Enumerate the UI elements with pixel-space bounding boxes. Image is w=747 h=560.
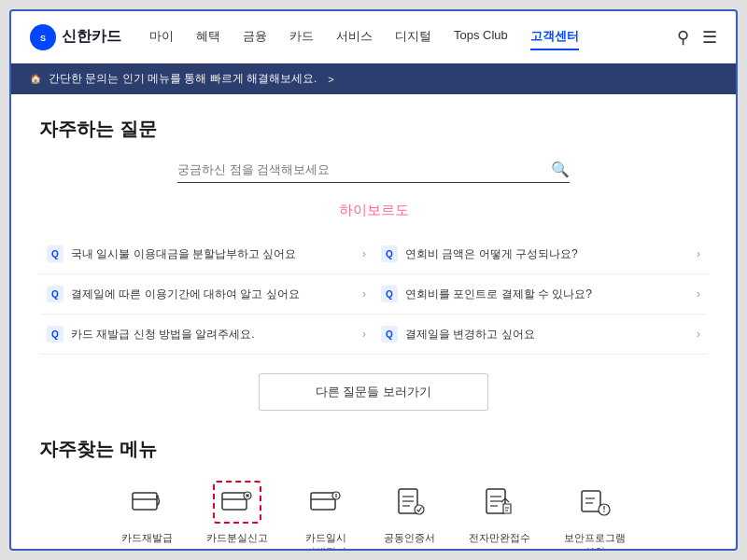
- faq-text-5: 연회비를 포인트로 결제할 수 있나요?: [405, 287, 689, 302]
- faq-arrow-2: ›: [362, 287, 366, 301]
- faq-arrow-6: ›: [697, 328, 700, 341]
- nav-icons: ⚲ ☰: [677, 27, 717, 48]
- nav-customer[interactable]: 고객센터: [530, 24, 579, 50]
- e-receipt-icon-wrap: [475, 481, 524, 524]
- nav-card[interactable]: 카드: [289, 24, 314, 50]
- faq-item-4[interactable]: Q 연회비 금액은 어떻게 구성되나요? ›: [374, 234, 708, 274]
- faq-arrow-5: ›: [697, 287, 700, 301]
- faq-text-3: 카드 재발급 신청 방법을 알려주세요.: [71, 327, 355, 343]
- faq-q-icon-3: Q: [47, 326, 63, 343]
- faq-text-1: 국내 일시불 이용대금을 분할납부하고 싶어요: [71, 246, 355, 262]
- svg-rect-2: [133, 493, 157, 510]
- logo[interactable]: S 신한카드: [30, 24, 121, 50]
- security-label: 보안프로그램설치: [564, 531, 626, 549]
- freq-title: 자주찾는 메뉴: [39, 437, 708, 462]
- more-btn-container: 다른 질문들 보러가기: [39, 373, 708, 411]
- main-content: 자주하는 질문 🔍 하이보르도 Q 국내 일시불 이용대금을 분할납부하고 싶어…: [11, 94, 736, 549]
- joint-cert-icon-wrap: [386, 481, 434, 524]
- faq-item-2[interactable]: Q 결제일에 따른 이용기간에 대하여 알고 싶어요 ›: [39, 274, 374, 315]
- faq-arrow-4: ›: [697, 247, 700, 260]
- nav-hye[interactable]: 혜택: [196, 24, 220, 50]
- faq-text-2: 결제일에 따른 이용기간에 대하여 알고 싶어요: [71, 287, 355, 302]
- svg-rect-22: [582, 491, 600, 511]
- card-reissue-label: 카드재발급: [121, 531, 173, 545]
- menu-item-security[interactable]: 보안프로그램설치: [564, 481, 626, 549]
- svg-point-25: [603, 511, 605, 512]
- faq-arrow-3: ›: [362, 328, 366, 341]
- faq-q-icon-2: Q: [47, 286, 63, 302]
- search-container: 🔍: [177, 161, 570, 183]
- faq-item-6[interactable]: Q 결제일을 변경하고 싶어요 ›: [374, 315, 708, 355]
- logo-icon: S: [30, 24, 56, 50]
- faq-item-5[interactable]: Q 연회비를 포인트로 결제할 수 있나요? ›: [374, 274, 708, 315]
- faq-text-6: 결제일을 변경하고 싶어요: [405, 327, 689, 343]
- faq-q-icon: Q: [47, 245, 63, 262]
- faq-text-4: 연회비 금액은 어떻게 구성되나요?: [405, 246, 689, 262]
- watermark-text: 하이보르도: [39, 202, 708, 219]
- logo-text: 신한카드: [62, 27, 121, 47]
- faq-q-icon-4: Q: [381, 245, 398, 262]
- browser-frame: S 신한카드 마이 혜택 금융 카드 서비스 디지털 Tops Club 고객센…: [9, 9, 738, 551]
- svg-point-17: [415, 505, 424, 514]
- joint-cert-label: 공동인증서: [384, 531, 435, 545]
- banner-text: 간단한 문의는 인기 메뉴를 통해 빠르게 해결해보세요.: [49, 71, 317, 87]
- svg-text:S: S: [40, 34, 46, 43]
- menu-item-card-suspend[interactable]: 카드일시거래정지: [302, 481, 350, 549]
- header: S 신한카드 마이 혜택 금융 카드 서비스 디지털 Tops Club 고객센…: [11, 11, 736, 63]
- svg-rect-9: [311, 493, 335, 510]
- menu-icon[interactable]: ☰: [702, 27, 717, 48]
- faq-arrow-1: ›: [362, 247, 366, 260]
- nav-menu: 마이 혜택 금융 카드 서비스 디지털 Tops Club 고객센터: [149, 24, 677, 50]
- card-suspend-icon-wrap: [302, 481, 350, 524]
- faq-item-3[interactable]: Q 카드 재발급 신청 방법을 알려주세요. ›: [39, 315, 374, 355]
- faq-title: 자주하는 질문: [39, 117, 708, 142]
- nav-tops[interactable]: Tops Club: [454, 24, 508, 50]
- search-submit-icon[interactable]: 🔍: [551, 161, 570, 178]
- faq-q-icon-6: Q: [381, 326, 398, 343]
- more-questions-button[interactable]: 다른 질문들 보러가기: [259, 373, 488, 411]
- card-lost-icon-wrap: [213, 481, 261, 524]
- faq-item-1[interactable]: Q 국내 일시불 이용대금을 분할납부하고 싶어요 ›: [39, 234, 374, 274]
- svg-rect-4: [222, 493, 247, 510]
- banner-arrow: >: [328, 74, 333, 85]
- menu-item-card-reissue[interactable]: 카드재발급: [121, 481, 173, 549]
- search-icon[interactable]: ⚲: [677, 27, 689, 48]
- card-suspend-label: 카드일시거래정지: [305, 531, 346, 549]
- menu-item-e-receipt[interactable]: 전자만완접수: [469, 481, 530, 549]
- e-receipt-label: 전자만완접수: [469, 531, 530, 545]
- menu-item-card-lost[interactable]: 카드분실신고: [206, 481, 268, 549]
- menu-item-joint-cert[interactable]: 공동인증서: [384, 481, 435, 549]
- nav-service[interactable]: 서비스: [336, 24, 373, 50]
- faq-q-icon-5: Q: [381, 286, 398, 302]
- nav-geum[interactable]: 금융: [243, 24, 267, 50]
- freq-menu-grid: 카드재발급 카드분실신고: [39, 481, 708, 549]
- card-reissue-icon-wrap: [123, 481, 172, 524]
- nav-digital[interactable]: 디지털: [395, 24, 431, 50]
- home-icon: 🏠: [30, 74, 41, 84]
- card-lost-label: 카드분실신고: [206, 531, 268, 545]
- nav-mai[interactable]: 마이: [149, 24, 174, 50]
- search-input[interactable]: [177, 162, 551, 176]
- notice-banner[interactable]: 🏠 간단한 문의는 인기 메뉴를 통해 빠르게 해결해보세요. >: [11, 63, 736, 94]
- security-icon-wrap: [571, 481, 619, 524]
- faq-grid: Q 국내 일시불 이용대금을 분할납부하고 싶어요 › Q 연회비 금액은 어떻…: [39, 234, 708, 355]
